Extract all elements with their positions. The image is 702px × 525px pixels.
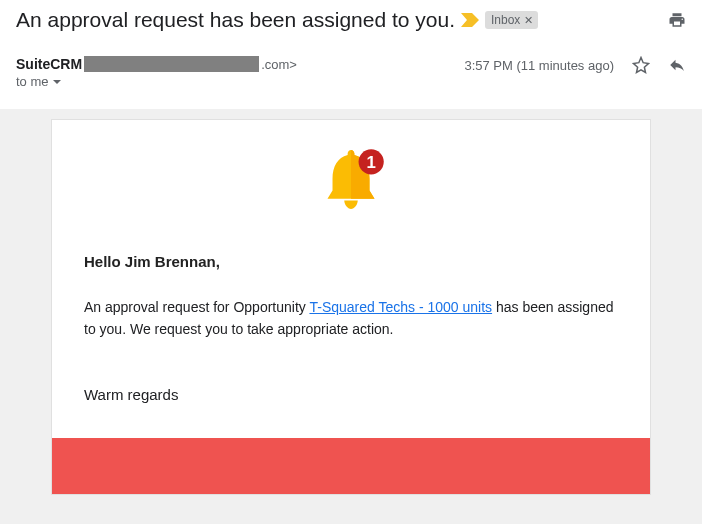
sender-row: SuiteCRM .com> to me 3:57 PM (11 minutes… [16, 56, 686, 89]
inbox-label-chip[interactable]: Inbox ✕ [485, 11, 538, 29]
sender-domain-suffix: .com> [261, 57, 297, 72]
redacted-email [84, 56, 259, 72]
opportunity-link[interactable]: T-Squared Techs - 1000 units [309, 299, 492, 315]
reply-icon[interactable] [668, 56, 686, 74]
timestamp: 3:57 PM (11 minutes ago) [464, 58, 614, 73]
to-text: to me [16, 74, 49, 89]
greeting-text: Hello Jim Brennan, [84, 250, 618, 273]
badge-count: 1 [366, 153, 375, 172]
print-icon[interactable] [668, 11, 686, 29]
subject-row: An approval request has been assigned to… [16, 8, 686, 32]
email-footer-bar [52, 438, 650, 494]
star-icon[interactable] [632, 56, 650, 74]
body-paragraph: An approval request for Opportunity T-Sq… [84, 297, 618, 340]
remove-label-icon[interactable]: ✕ [524, 14, 533, 27]
importance-marker-icon[interactable] [461, 13, 479, 27]
chevron-down-icon [53, 80, 61, 84]
body-pre-text: An approval request for Opportunity [84, 299, 309, 315]
email-card: 1 Hello Jim Brennan, An approval request… [51, 119, 651, 495]
sender-name: SuiteCRM [16, 56, 82, 72]
label-text: Inbox [491, 13, 520, 27]
regards-text: Warm regards [84, 383, 618, 406]
bell-notification-icon: 1 [309, 140, 393, 224]
email-body-area: 1 Hello Jim Brennan, An approval request… [0, 109, 702, 524]
email-subject: An approval request has been assigned to… [16, 8, 455, 32]
recipient-dropdown[interactable]: to me [16, 74, 297, 89]
